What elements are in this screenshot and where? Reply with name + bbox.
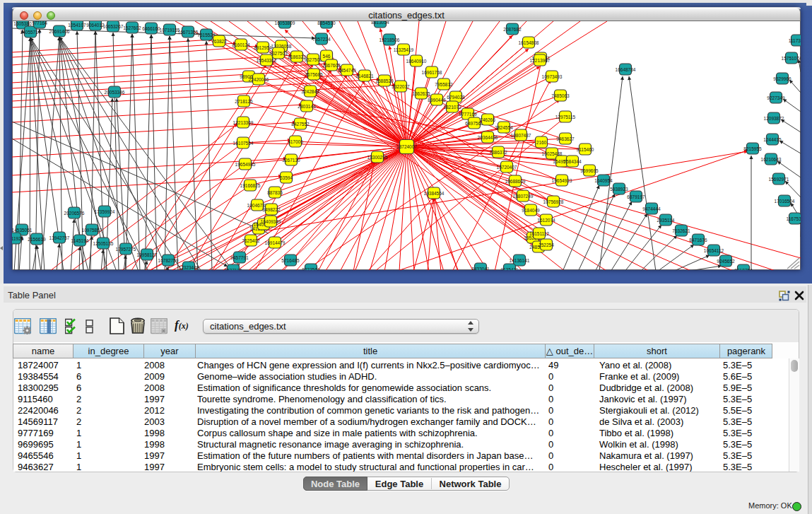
svg-text:2803144: 2803144 — [298, 104, 316, 109]
svg-text:2367608: 2367608 — [322, 63, 341, 68]
svg-text:8813054: 8813054 — [371, 21, 389, 25]
svg-text:10756928: 10756928 — [543, 199, 564, 204]
svg-text:20053346: 20053346 — [105, 90, 125, 95]
svg-text:8433041: 8433041 — [471, 267, 490, 271]
svg-text:10973493: 10973493 — [542, 74, 563, 79]
svg-text:8160124: 8160124 — [232, 42, 250, 47]
svg-text:8990448: 8990448 — [428, 98, 446, 103]
svg-text:887835: 887835 — [267, 190, 283, 195]
svg-text:7357224: 7357224 — [312, 37, 331, 42]
svg-text:7955812: 7955812 — [435, 82, 453, 87]
svg-text:2935114: 2935114 — [657, 218, 675, 223]
svg-text:16782759: 16782759 — [158, 258, 179, 263]
svg-text:8912954: 8912954 — [254, 45, 272, 50]
svg-text:1588520: 1588520 — [375, 78, 394, 83]
svg-text:3824554: 3824554 — [495, 125, 513, 130]
svg-text:8471676: 8471676 — [689, 238, 707, 243]
svg-text:16053809: 16053809 — [275, 21, 295, 25]
svg-text:1244415: 1244415 — [763, 137, 782, 142]
svg-text:2087682: 2087682 — [503, 27, 522, 32]
svg-text:9777169: 9777169 — [459, 112, 477, 117]
svg-text:1167534: 1167534 — [787, 216, 801, 221]
svg-text:16914479: 16914479 — [265, 240, 286, 245]
svg-text:19384554: 19384554 — [424, 191, 445, 196]
svg-text:1640954: 1640954 — [594, 178, 613, 183]
svg-text:12323448: 12323448 — [179, 265, 199, 270]
svg-text:14136141: 14136141 — [510, 258, 530, 263]
svg-text:15720407: 15720407 — [497, 165, 517, 170]
svg-text:7386372: 7386372 — [489, 150, 507, 155]
svg-text:9064012: 9064012 — [86, 23, 105, 28]
svg-text:20364436: 20364436 — [478, 135, 498, 140]
svg-text:5322037: 5322037 — [392, 84, 410, 89]
svg-text:417006: 417006 — [288, 139, 303, 144]
svg-text:2156619: 2156619 — [28, 237, 46, 242]
svg-text:16671355: 16671355 — [178, 30, 199, 35]
svg-text:7485063: 7485063 — [551, 93, 570, 98]
svg-text:12975115: 12975115 — [555, 115, 576, 119]
svg-text:1362635: 1362635 — [412, 91, 430, 96]
svg-text:17016504: 17016504 — [775, 199, 795, 204]
svg-text:9329966: 9329966 — [773, 76, 792, 81]
svg-text:9818754: 9818754 — [734, 268, 753, 271]
svg-text:9135411: 9135411 — [501, 267, 519, 271]
svg-text:1117334: 1117334 — [789, 38, 801, 43]
svg-text:7515526: 7515526 — [197, 33, 216, 37]
svg-text:10654112: 10654112 — [704, 248, 724, 253]
svg-text:17359924: 17359924 — [95, 209, 115, 214]
svg-text:12093872: 12093872 — [764, 116, 784, 121]
svg-text:8223561: 8223561 — [302, 267, 320, 271]
svg-text:977164: 977164 — [32, 21, 47, 25]
svg-text:12213369: 12213369 — [233, 120, 254, 125]
svg-text:19218506: 19218506 — [379, 37, 400, 42]
svg-text:5938923: 5938923 — [610, 187, 628, 192]
svg-text:9146821: 9146821 — [355, 74, 374, 78]
svg-text:6879197: 6879197 — [627, 194, 645, 199]
svg-text:6794028: 6794028 — [447, 95, 465, 100]
svg-text:10807487: 10807487 — [511, 133, 531, 138]
svg-text:16107554: 16107554 — [233, 141, 254, 146]
svg-text:9245652: 9245652 — [717, 259, 735, 264]
svg-text:1527602: 1527602 — [123, 25, 141, 30]
svg-text:546: 546 — [323, 54, 331, 59]
svg-text:9699695: 9699695 — [580, 168, 599, 173]
svg-text:252254: 252254 — [539, 243, 554, 247]
svg-text:18640910: 18640910 — [406, 59, 427, 64]
svg-text:1821072: 1821072 — [443, 105, 461, 110]
svg-text:7584344: 7584344 — [563, 159, 582, 164]
svg-text:10958137: 10958137 — [137, 252, 158, 257]
svg-text:2160: 2160 — [536, 140, 547, 145]
svg-text:3911925: 3911925 — [12, 236, 24, 241]
svg-text:13942757: 13942757 — [49, 235, 70, 240]
svg-text:7632621: 7632621 — [672, 228, 690, 233]
svg-text:8454749: 8454749 — [338, 68, 356, 73]
svg-text:16409349: 16409349 — [261, 219, 281, 224]
svg-text:9115460: 9115460 — [577, 147, 594, 152]
svg-text:18300295: 18300295 — [367, 155, 388, 160]
svg-text:8215955: 8215955 — [743, 146, 762, 151]
svg-text:6466160: 6466160 — [142, 26, 160, 31]
svg-text:19166825: 19166825 — [240, 183, 261, 188]
svg-text:763822: 763822 — [211, 39, 227, 44]
svg-text:12505135: 12505135 — [93, 241, 114, 246]
svg-text:18724007: 18724007 — [396, 144, 417, 149]
svg-text:10653267: 10653267 — [103, 24, 124, 29]
svg-text:11325419: 11325419 — [394, 47, 414, 52]
svg-text:15692971: 15692971 — [769, 177, 789, 182]
svg-text:19654985: 19654985 — [235, 162, 256, 167]
svg-text:8427552: 8427552 — [291, 122, 310, 127]
svg-text:10975857: 10975857 — [82, 228, 102, 233]
svg-text:1605380: 1605380 — [13, 21, 32, 26]
svg-text:10719155: 10719155 — [160, 28, 180, 33]
svg-text:8854510: 8854510 — [317, 21, 336, 25]
svg-text:14535051: 14535051 — [12, 228, 33, 233]
svg-text:9327508: 9327508 — [304, 57, 322, 62]
svg-text:9537116: 9537116 — [225, 268, 242, 271]
svg-text:53594: 53594 — [280, 175, 293, 180]
svg-text:16151112: 16151112 — [529, 231, 549, 236]
svg-text:3675685: 3675685 — [305, 72, 323, 77]
svg-text:16648784: 16648784 — [616, 67, 636, 72]
svg-text:8186323: 8186323 — [288, 54, 306, 59]
svg-text:16210643: 16210643 — [761, 157, 782, 162]
svg-text:19654923: 19654923 — [552, 178, 572, 183]
